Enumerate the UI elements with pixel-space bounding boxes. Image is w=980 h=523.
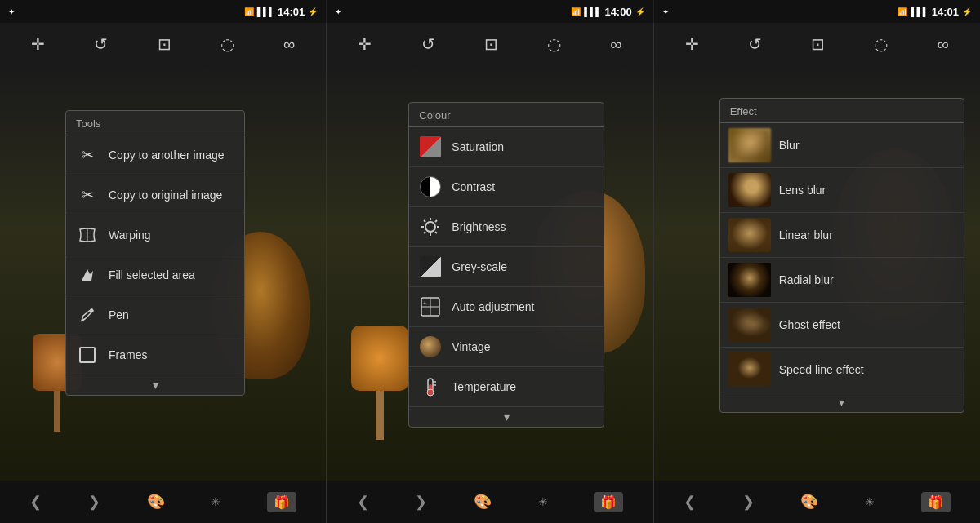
vintage-icon bbox=[419, 335, 442, 358]
svg-line-11 bbox=[424, 232, 425, 233]
rotate-btn-3[interactable]: ↺ bbox=[745, 31, 765, 57]
pen-item[interactable]: Pen bbox=[66, 295, 244, 335]
fill-selected-item[interactable]: Fill selected area bbox=[66, 255, 244, 295]
signal-icon-2: ✦ bbox=[335, 7, 341, 16]
svg-point-18 bbox=[427, 389, 434, 396]
blur-item[interactable]: Blur bbox=[720, 123, 964, 168]
adjust-btn-2[interactable]: ✳ bbox=[538, 495, 548, 508]
adjust-btn-3[interactable]: ✳ bbox=[865, 495, 875, 508]
next-btn-3[interactable]: ❯ bbox=[742, 493, 755, 511]
move-tool-btn-1[interactable]: ✛ bbox=[28, 31, 48, 57]
effect-menu-title: Effect bbox=[720, 99, 964, 123]
select-btn-2[interactable]: ◌ bbox=[544, 31, 564, 57]
next-btn-2[interactable]: ❯ bbox=[415, 493, 427, 511]
status-section-3: ✦ 📶 ▌▌▌ 14:01 ⚡ bbox=[654, 0, 980, 23]
panel-tools: Tools ✂ Copy to another image ✂ Copy to … bbox=[0, 65, 327, 481]
radial-blur-item[interactable]: Radial blur bbox=[720, 258, 964, 303]
lens-blur-thumbnail bbox=[728, 173, 771, 207]
bottom-section-3: ❮ ❯ 🎨 ✳ 🎁 bbox=[654, 481, 980, 523]
special-btn-1[interactable]: 🎁 bbox=[267, 492, 296, 512]
special-btn-2[interactable]: 🎁 bbox=[594, 492, 623, 512]
effect-dropdown: Effect Blur Lens blur Linear blur bbox=[719, 98, 964, 413]
speed-line-thumbnail bbox=[728, 352, 771, 387]
linear-blur-label: Linear blur bbox=[779, 228, 833, 242]
copy-to-original-item[interactable]: ✂ Copy to original image bbox=[66, 175, 244, 215]
charge-icon-3: ⚡ bbox=[962, 7, 972, 16]
ghost-effect-item[interactable]: Ghost effect bbox=[720, 303, 964, 348]
prev-btn-3[interactable]: ❮ bbox=[684, 493, 696, 511]
auto-adjustment-label: Auto adjustment bbox=[452, 300, 534, 313]
copy-to-another-item[interactable]: ✂ Copy to another image bbox=[66, 135, 244, 175]
tools-dropdown: Tools ✂ Copy to another image ✂ Copy to … bbox=[65, 110, 245, 396]
select-btn-1[interactable]: ◌ bbox=[217, 31, 238, 57]
greyscale-item[interactable]: Grey-scale bbox=[409, 247, 604, 287]
wifi-icon-3: 📶 bbox=[898, 7, 907, 16]
palette-btn-2[interactable]: 🎨 bbox=[474, 493, 492, 511]
palette-btn-3[interactable]: 🎨 bbox=[800, 493, 818, 511]
wifi-icon-1: 📶 bbox=[244, 7, 254, 16]
rotate-btn-1[interactable]: ↺ bbox=[91, 31, 111, 57]
brightness-icon bbox=[419, 215, 442, 238]
signal-bars-3: ▌▌▌ bbox=[911, 7, 928, 16]
move-tool-btn-3[interactable]: ✛ bbox=[682, 31, 702, 57]
auto-icon: + bbox=[419, 295, 442, 318]
temperature-item[interactable]: Temperature bbox=[409, 367, 604, 407]
lens-blur-label: Lens blur bbox=[779, 184, 826, 197]
status-bar: ✦ 📶 ▌▌▌ 14:01 ⚡ ✦ 📶 ▌▌▌ 14:00 ⚡ ✦ 📶 ▌▌▌ … bbox=[0, 0, 980, 23]
palette-btn-1[interactable]: 🎨 bbox=[147, 493, 165, 511]
status-section-1: ✦ 📶 ▌▌▌ 14:01 ⚡ bbox=[0, 0, 327, 23]
crop-btn-3[interactable]: ⊡ bbox=[808, 31, 828, 57]
warp-icon bbox=[76, 224, 99, 246]
special-btn-3[interactable]: 🎁 bbox=[921, 492, 951, 512]
bottom-nav: ❮ ❯ 🎨 ✳ 🎁 ❮ ❯ 🎨 ✳ 🎁 ❮ ❯ 🎨 ✳ 🎁 bbox=[0, 481, 980, 523]
blur-label: Blur bbox=[779, 139, 800, 152]
copy-to-another-label: Copy to another image bbox=[109, 148, 225, 162]
contrast-icon bbox=[419, 175, 442, 198]
colour-scroll-arrow[interactable]: ▾ bbox=[409, 407, 604, 427]
crop-btn-1[interactable]: ⊡ bbox=[154, 31, 175, 57]
crop-btn-2[interactable]: ⊡ bbox=[481, 31, 501, 57]
tools-menu-title: Tools bbox=[66, 111, 244, 135]
prev-btn-2[interactable]: ❮ bbox=[357, 493, 369, 511]
select-btn-3[interactable]: ◌ bbox=[871, 31, 891, 57]
tools-scroll-arrow[interactable]: ▾ bbox=[66, 375, 244, 395]
wifi-icon-2: 📶 bbox=[571, 7, 581, 16]
contrast-item[interactable]: Contrast bbox=[409, 167, 604, 207]
toolbar: ✛ ↺ ⊡ ◌ ∞ ✛ ↺ ⊡ ◌ ∞ ✛ ↺ ⊡ ◌ ∞ bbox=[0, 23, 980, 65]
main-content: Tools ✂ Copy to another image ✂ Copy to … bbox=[0, 65, 980, 481]
frames-item[interactable]: Frames bbox=[66, 335, 244, 375]
svg-text:+: + bbox=[423, 300, 426, 306]
bottom-section-2: ❮ ❯ 🎨 ✳ 🎁 bbox=[327, 481, 653, 523]
toolbar-section-2: ✛ ↺ ⊡ ◌ ∞ bbox=[327, 23, 653, 65]
toolbar-section-1: ✛ ↺ ⊡ ◌ ∞ bbox=[0, 23, 327, 65]
rotate-btn-2[interactable]: ↺ bbox=[418, 31, 439, 57]
brightness-item[interactable]: Brightness bbox=[409, 207, 604, 247]
signal-icon-1: ✦ bbox=[8, 7, 15, 16]
toolbar-section-3: ✛ ↺ ⊡ ◌ ∞ bbox=[654, 23, 980, 65]
vintage-label: Vintage bbox=[452, 340, 490, 353]
svg-rect-1 bbox=[89, 308, 94, 313]
greyscale-label: Grey-scale bbox=[452, 260, 507, 273]
brightness-label: Brightness bbox=[452, 220, 506, 233]
adjust-btn-1[interactable]: ✳ bbox=[211, 495, 220, 508]
svg-point-3 bbox=[425, 222, 435, 232]
linear-blur-item[interactable]: Linear blur bbox=[720, 213, 964, 258]
prev-btn-1[interactable]: ❮ bbox=[29, 493, 42, 511]
more-btn-1[interactable]: ∞ bbox=[280, 32, 298, 57]
next-btn-1[interactable]: ❯ bbox=[88, 493, 100, 511]
charge-icon-1: ⚡ bbox=[308, 7, 318, 16]
more-btn-3[interactable]: ∞ bbox=[934, 32, 952, 57]
effect-scroll-arrow[interactable]: ▾ bbox=[720, 392, 964, 412]
temperature-label: Temperature bbox=[452, 380, 516, 393]
fill-selected-label: Fill selected area bbox=[109, 268, 195, 281]
warping-item[interactable]: Warping bbox=[66, 215, 244, 255]
move-tool-btn-2[interactable]: ✛ bbox=[354, 31, 375, 57]
auto-adjustment-item[interactable]: + Auto adjustment bbox=[409, 287, 604, 327]
pen-icon bbox=[76, 304, 99, 326]
lens-blur-item[interactable]: Lens blur bbox=[720, 168, 964, 213]
more-btn-2[interactable]: ∞ bbox=[607, 32, 625, 57]
saturation-item[interactable]: Saturation bbox=[409, 127, 604, 167]
ghost-effect-label: Ghost effect bbox=[779, 318, 840, 331]
speed-line-item[interactable]: Speed line effect bbox=[720, 348, 964, 392]
vintage-item[interactable]: Vintage bbox=[409, 327, 604, 367]
